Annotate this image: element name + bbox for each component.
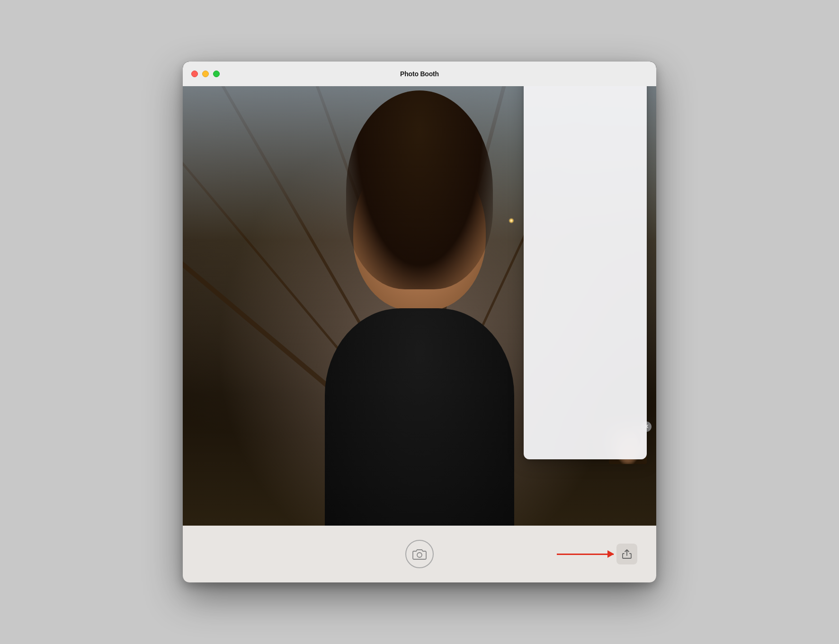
minimize-button[interactable] <box>202 71 209 77</box>
svg-point-17 <box>417 553 422 557</box>
controls-bar <box>183 526 656 582</box>
person-body <box>325 308 514 526</box>
maximize-button[interactable] <box>213 71 220 77</box>
person-figure <box>296 130 543 526</box>
title-bar: Photo Booth <box>183 62 656 86</box>
person-hair <box>346 90 493 289</box>
close-button[interactable] <box>191 71 198 77</box>
photo-area: ✕ AirDr <box>183 86 656 526</box>
camera-button[interactable] <box>405 540 434 568</box>
photo-booth-window: Photo Booth <box>183 62 656 582</box>
window-title: Photo Booth <box>400 70 439 78</box>
window-shadow: Photo Booth <box>183 62 656 582</box>
share-button[interactable] <box>616 544 637 564</box>
arrow-line <box>557 554 614 555</box>
traffic-lights <box>191 71 220 77</box>
share-menu: AirDrop Mail <box>524 86 647 459</box>
arrow-indicator <box>557 554 614 555</box>
